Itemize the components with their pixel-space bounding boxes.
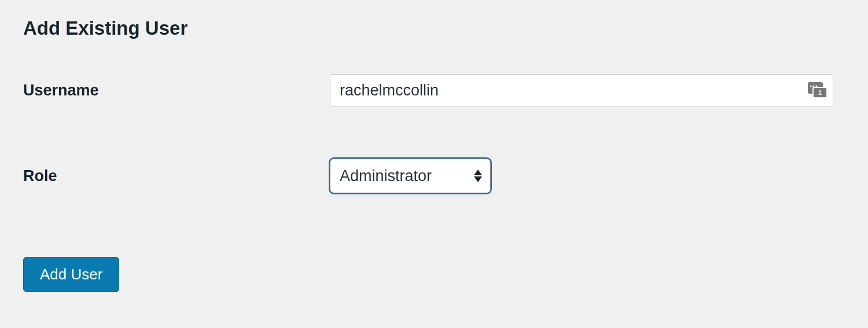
autofill-icon: 1 bbox=[808, 82, 827, 98]
username-input-wrapper: 1 bbox=[330, 74, 833, 106]
svg-point-5 bbox=[816, 86, 818, 87]
role-selected-value: Administrator bbox=[340, 167, 432, 185]
add-user-button[interactable]: Add User bbox=[23, 257, 119, 292]
role-row: Role Administrator bbox=[23, 159, 845, 193]
username-input[interactable] bbox=[330, 74, 833, 106]
svg-point-3 bbox=[810, 86, 812, 87]
page-title: Add Existing User bbox=[23, 17, 845, 39]
svg-point-4 bbox=[813, 86, 815, 87]
role-select[interactable]: Administrator bbox=[330, 159, 491, 193]
select-arrows-icon bbox=[474, 169, 482, 182]
role-label: Role bbox=[23, 167, 330, 185]
svg-text:1: 1 bbox=[818, 89, 822, 96]
username-row: Username 1 bbox=[23, 74, 845, 106]
username-label: Username bbox=[23, 82, 330, 99]
